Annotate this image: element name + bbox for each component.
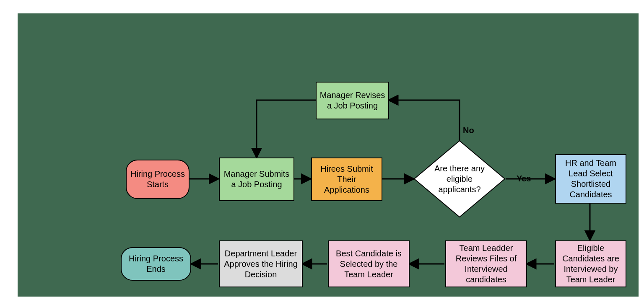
node-label: Hirees Submit Their Applications xyxy=(314,164,379,195)
node-label: Are there any eligible applicants? xyxy=(428,163,491,195)
node-review: Team Leadder Reviews Files of Interviewe… xyxy=(445,240,527,287)
node-label: Manager Revises a Job Posting xyxy=(319,90,386,111)
node-select: HR and Team Lead Select Shortlisted Cand… xyxy=(555,154,626,204)
label-yes: Yes xyxy=(517,174,531,183)
label-no: No xyxy=(463,126,474,135)
node-hirees: Hirees Submit Their Applications xyxy=(311,158,382,201)
node-best: Best Candidate is Selected by the Team L… xyxy=(328,240,410,287)
node-label: Department Leader Approves the Hiring De… xyxy=(222,248,299,280)
node-label: Team Leadder Reviews Files of Interviewe… xyxy=(449,243,524,285)
node-label: Best Candidate is Selected by the Team L… xyxy=(331,248,406,280)
node-end: Hiring Process Ends xyxy=(121,247,191,281)
node-approve: Department Leader Approves the Hiring De… xyxy=(219,240,303,287)
node-label: HR and Team Lead Select Shortlisted Cand… xyxy=(558,158,623,200)
node-label: Eligible Candidates are Interviewed by T… xyxy=(558,243,623,285)
flowchart-canvas: Manager Revises a Job Posting Hiring Pro… xyxy=(18,13,639,297)
node-revise: Manager Revises a Job Posting xyxy=(316,82,389,119)
node-label: Hiring Process Starts xyxy=(129,169,186,190)
node-interview: Eligible Candidates are Interviewed by T… xyxy=(555,240,626,287)
node-decision: Are there any eligible applicants? xyxy=(413,140,506,218)
node-start: Hiring Process Starts xyxy=(126,160,190,199)
node-label: Manager Submits a Job Posting xyxy=(222,169,291,190)
node-submit: Manager Submits a Job Posting xyxy=(219,158,294,201)
node-label: Hiring Process Ends xyxy=(124,253,188,274)
